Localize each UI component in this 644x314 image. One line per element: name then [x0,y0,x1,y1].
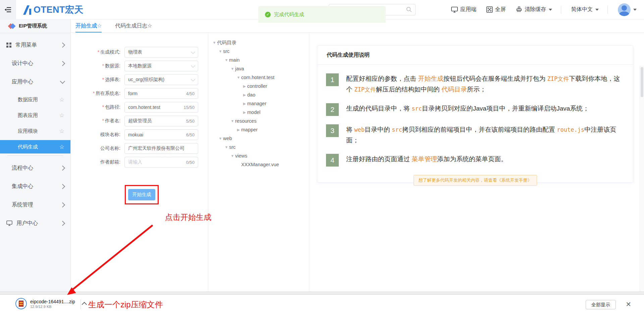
star-icon[interactable]: ☆ [59,96,64,103]
input-field[interactable]: 广州宏天软件股份有限公司 [124,143,198,154]
tree-node-dao[interactable]: ▶dao [208,90,309,99]
triangle-down-icon[interactable]: ▼ [230,67,235,71]
tree-node-views[interactable]: ▼views [208,151,309,160]
sidebar-item-设计中心[interactable]: 设计中心 [0,56,70,71]
start-generate-button[interactable]: 开始生成 [128,189,155,200]
clear-cache-button[interactable]: 清除缓存 [516,6,552,13]
triangle-right-icon[interactable]: ▶ [236,128,241,132]
field-value: mokuai [128,132,185,137]
star-icon[interactable]: ☆ [59,128,64,135]
tree-node-model[interactable]: ▶model [208,108,309,117]
sidebar-item-数据应用[interactable]: 数据应用☆ [0,93,70,106]
star-icon[interactable]: ☆ [59,143,64,150]
triangle-down-icon[interactable]: ▼ [218,49,223,53]
triangle-down-icon[interactable]: ▼ [224,145,229,149]
input-field[interactable]: 请输入0/50 [124,157,198,168]
scrollbar-thumb[interactable] [641,67,643,97]
sidebar-item-用户中心[interactable]: 用户中心 [0,216,70,231]
triangle-right-icon[interactable]: ▶ [242,84,247,88]
tab-generate-log[interactable]: 代码生成日志☆ [115,19,152,33]
download-shelf: eipcode-164491....zip 12.9/12.9 KB 生成一个z… [0,294,644,314]
chevron-up-icon[interactable] [82,302,87,307]
tree-node-web[interactable]: ▼web [208,134,309,143]
triangle-down-icon[interactable]: ▼ [230,119,235,123]
user-menu[interactable] [618,3,637,16]
input-field[interactable]: mokuai6/50 [124,129,198,140]
clear-cache-label: 清除缓存 [525,6,546,13]
file-size: 12.9/12.9 KB [30,305,75,309]
tree-node-src[interactable]: ▼src [208,47,309,56]
triangle-right-icon[interactable]: ▶ [242,102,247,106]
required-asterisk: * [102,104,104,110]
tree-node-label: 代码目录 [217,40,236,46]
input-field[interactable]: 超级管理员5/50 [124,116,198,126]
tree-node-src[interactable]: ▼src [208,143,309,151]
sidebar-item-流程中心[interactable]: 流程中心 [0,161,70,175]
collapse-menu-icon [4,6,12,14]
note-wrap: 想了解更多代码开发的相关内容，请查看《系统开发手册》 [317,175,633,186]
form-row-数据源: *数据源:本地数据源 [74,61,208,71]
tree-node-label: resources [235,118,257,124]
step-number-badge: 3 [326,124,339,137]
language-label: 简体中文 [571,6,593,13]
toolbar-divider [607,6,608,14]
step-text-part: 生成的代码目录中，将 [346,105,412,112]
sidebar-item-图表应用[interactable]: 图表应用☆ [0,109,70,122]
tab-start-generate[interactable]: 开始生成☆ [75,19,102,33]
triangle-down-icon[interactable]: ▼ [212,41,217,45]
sidebar-item-代码生成[interactable]: 代码生成☆ [0,140,70,153]
sidebar-item-label: 应用中心 [12,78,61,85]
tree-node-mapper[interactable]: ▶mapper [208,125,309,134]
close-shelf-icon[interactable]: ✕ [626,300,631,308]
sidebar-item-集成中心[interactable]: 集成中心 [0,179,70,194]
step-text-part: 将 [346,126,354,133]
language-selector[interactable]: 简体中文 [571,6,599,13]
char-counter: 15/50 [183,105,195,110]
dev-manual-note[interactable]: 想了解更多代码开发的相关内容，请查看《系统开发手册》 [414,175,537,186]
app-client-button[interactable]: 应用端 [451,6,476,13]
triangle-down-icon[interactable]: ▼ [236,75,241,79]
field-label: *选择表: [74,77,124,83]
input-field[interactable]: form4/50 [124,88,198,99]
tree-node-代码目录[interactable]: ▼代码目录 [208,38,309,47]
triangle-down-icon[interactable]: ▼ [230,154,235,158]
triangle-right-icon[interactable]: ▶ [242,110,247,115]
downloaded-file-chip[interactable]: eipcode-164491....zip 12.9/12.9 KB [15,298,87,309]
tree-node-manager[interactable]: ▶manager [208,99,309,108]
tree-node-controller[interactable]: ▶controller [208,82,309,90]
vertical-scrollbar[interactable] [640,66,644,314]
star-icon[interactable]: ☆ [59,112,64,119]
show-all-downloads-button[interactable]: 全部显示 [586,300,616,309]
clear-cache-icon [516,6,522,13]
sidebar-item-应用中心[interactable]: 应用中心 [0,74,70,89]
sidebar-item-常用菜单[interactable]: 常用菜单 [0,38,70,52]
step-number-badge: 4 [326,154,339,167]
sidebar-item-label: 集成中心 [12,183,61,190]
triangle-down-icon[interactable]: ▼ [224,58,229,62]
tree-node-resources[interactable]: ▼resources [208,117,309,125]
tree-node-java[interactable]: ▼java [208,64,309,73]
tree-node-main[interactable]: ▼main [208,56,309,64]
step-text-part: 注册好路由的页面通过 [346,155,412,163]
chevron-right-icon [60,42,65,48]
char-counter: 5/50 [186,119,195,124]
sidebar-item-应用模块[interactable]: 应用模块☆ [0,124,70,138]
select-field[interactable]: 物理表 [124,47,198,58]
triangle-down-icon[interactable]: ▼ [218,136,223,140]
chevron-down-icon [633,9,637,11]
tree-node-label: views [235,153,247,159]
field-label: 公司名称: [74,145,124,151]
logo-text: OTENT宏天 [34,4,84,16]
sidebar-item-系统管理[interactable]: 系统管理 [0,197,70,212]
fullscreen-button[interactable]: 全屏 [486,6,506,13]
monitor-icon [451,7,458,13]
select-field[interactable]: uc_org(组织架构) [124,74,198,85]
highlight-token: web [354,126,365,133]
tree-node-XXXManager.vue[interactable]: XXXManager.vue [208,160,309,169]
select-field[interactable]: 本地数据源 [124,61,198,71]
input-field[interactable]: com.hotent.test15/50 [124,102,198,113]
chevron-down-icon [191,50,195,54]
sidebar-collapse-button[interactable] [0,0,16,19]
triangle-right-icon[interactable]: ▶ [242,93,247,97]
tree-node-com.hotent.test[interactable]: ▼com.hotent.test [208,73,309,82]
